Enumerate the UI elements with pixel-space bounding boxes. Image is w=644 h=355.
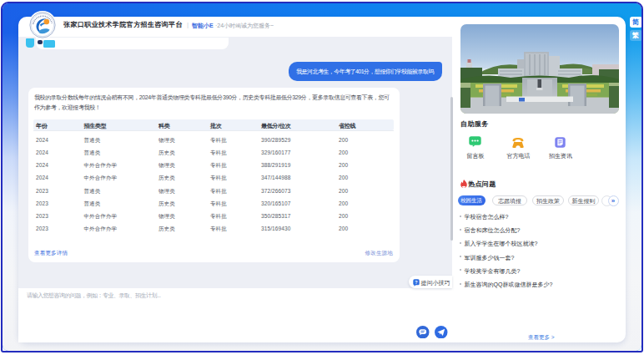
svg-text:?: ?	[415, 279, 417, 284]
